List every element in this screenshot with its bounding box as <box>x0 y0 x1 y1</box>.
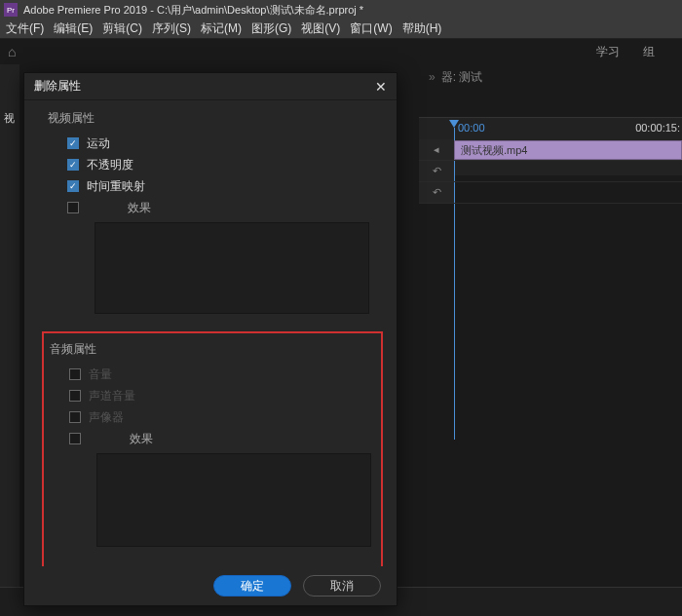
timeline-clip[interactable]: 测试视频.mp4 <box>454 140 682 160</box>
window-title: Adobe Premiere Pro 2019 - C:\用户\admin\De… <box>23 3 363 18</box>
checkbox-motion[interactable] <box>67 137 79 149</box>
workspace-assembly[interactable]: 组 <box>643 44 655 60</box>
menu-view[interactable]: 视图(V) <box>301 20 340 37</box>
volume-label: 音量 <box>89 366 112 383</box>
menu-help[interactable]: 帮助(H) <box>402 20 442 37</box>
menu-file[interactable]: 文件(F) <box>6 20 44 37</box>
workspace-tabbar: ⌂ 学习 组 <box>0 39 682 64</box>
timecode-start: 00:00 <box>458 122 485 134</box>
chevron-right-icon[interactable]: » <box>429 70 436 84</box>
opacity-label: 不透明度 <box>87 157 133 173</box>
checkbox-panner[interactable] <box>69 411 81 423</box>
timecode-end: 00:00:15: <box>635 122 680 134</box>
menu-clip[interactable]: 剪辑(C) <box>102 20 142 37</box>
dialog-title: 删除属性 <box>34 78 81 95</box>
checkbox-audio-effects[interactable] <box>69 433 81 444</box>
app-icon: Pr <box>4 3 18 17</box>
time-remap-label: 时间重映射 <box>87 178 145 195</box>
main-area: 主 视 » 器: 测试 00:00 00:00:15: ◂ 测试视频.mp4 <box>0 64 682 616</box>
menu-sequence[interactable]: 序列(S) <box>152 20 191 37</box>
track-toggle-icon[interactable]: ↶ <box>419 161 454 181</box>
option-opacity[interactable]: 不透明度 <box>48 154 373 175</box>
menu-markers[interactable]: 标记(M) <box>201 20 242 37</box>
timeline-ruler[interactable]: 00:00 00:00:15: ◂ 测试视频.mp4 ↶ ↶ <box>419 117 682 175</box>
dialog-footer: 确定 取消 <box>24 566 397 605</box>
motion-label: 运动 <box>87 135 110 152</box>
option-panner[interactable]: 声像器 <box>50 406 375 428</box>
timeline-panel: » 器: 测试 00:00 00:00:15: ◂ 测试视频.mp4 ↶ ↶ <box>419 64 682 616</box>
option-video-effects[interactable]: 效果 <box>48 197 373 218</box>
timeline-panel-label: 器: 测试 <box>441 69 483 86</box>
option-motion[interactable]: 运动 <box>48 133 373 154</box>
checkbox-video-effects[interactable] <box>67 202 79 213</box>
option-channel-volume[interactable]: 声道音量 <box>50 385 375 406</box>
timeline-header: » 器: 测试 <box>419 64 682 90</box>
dialog-body: 视频属性 运动 不透明度 时间重映射 效果 音频属性 <box>24 100 397 566</box>
checkbox-channel-volume[interactable] <box>69 390 81 402</box>
menu-graphics[interactable]: 图形(G) <box>251 20 291 37</box>
cancel-button[interactable]: 取消 <box>303 575 381 597</box>
home-icon[interactable]: ⌂ <box>8 44 16 59</box>
channel-volume-label: 声道音量 <box>89 388 135 404</box>
track-controls[interactable]: ◂ <box>419 139 454 160</box>
titlebar: Pr Adobe Premiere Pro 2019 - C:\用户\admin… <box>0 0 682 19</box>
checkbox-opacity[interactable] <box>67 159 79 171</box>
option-volume[interactable]: 音量 <box>50 364 375 385</box>
track-row[interactable]: ↶ <box>419 161 682 182</box>
track-row-video[interactable]: ◂ 测试视频.mp4 <box>419 139 682 161</box>
audio-section-highlight: 音频属性 音量 声道音量 声像器 效果 <box>42 331 383 566</box>
checkbox-time-remap[interactable] <box>67 180 79 192</box>
checkbox-volume[interactable] <box>69 368 81 380</box>
workspace-learn[interactable]: 学习 <box>596 44 620 60</box>
audio-effects-listbox[interactable] <box>96 453 371 547</box>
panner-label: 声像器 <box>89 409 124 426</box>
video-effects-label: 效果 <box>128 200 151 216</box>
menu-edit[interactable]: 编辑(E) <box>54 20 93 37</box>
left-panel: 主 视 <box>0 64 19 616</box>
audio-effects-label: 效果 <box>130 431 153 447</box>
playhead-marker-icon <box>449 120 459 128</box>
track-toggle-icon[interactable]: ↶ <box>419 182 454 203</box>
dialog-titlebar: 删除属性 ✕ <box>24 73 397 100</box>
close-icon[interactable]: ✕ <box>375 79 387 95</box>
delete-attributes-dialog: 删除属性 ✕ 视频属性 运动 不透明度 时间重映射 效果 <box>23 72 398 606</box>
menu-window[interactable]: 窗口(W) <box>350 20 392 37</box>
track-row[interactable]: ↶ <box>419 182 682 204</box>
menubar: 文件(F) 编辑(E) 剪辑(C) 序列(S) 标记(M) 图形(G) 视图(V… <box>0 19 682 39</box>
video-effects-listbox[interactable] <box>95 222 369 314</box>
video-attributes-label: 视频属性 <box>48 110 373 127</box>
ok-button[interactable]: 确定 <box>213 575 291 597</box>
playhead[interactable] <box>454 120 459 128</box>
audio-attributes-label: 音频属性 <box>50 341 375 358</box>
option-time-remap[interactable]: 时间重映射 <box>48 175 373 197</box>
option-audio-effects[interactable]: 效果 <box>50 428 375 449</box>
